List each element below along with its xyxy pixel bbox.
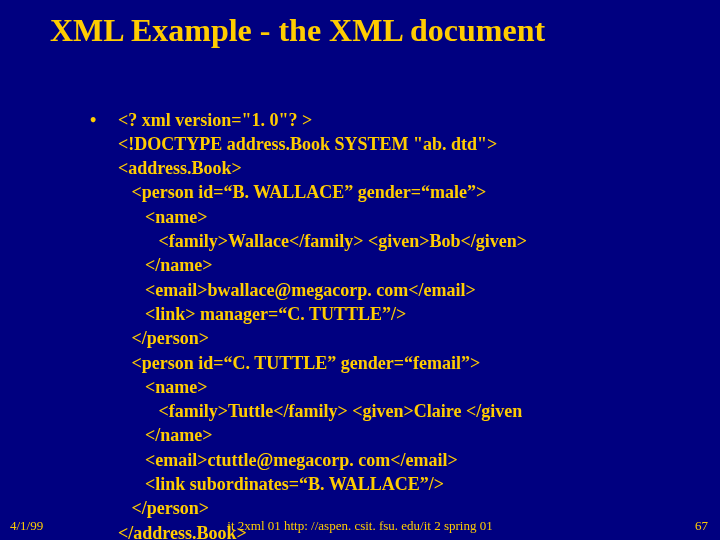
- bullet-row: • <? xml version="1. 0"? > <!DOCTYPE add…: [90, 108, 720, 540]
- bullet-icon: •: [90, 108, 118, 132]
- code-block: <? xml version="1. 0"? > <!DOCTYPE addre…: [118, 108, 527, 540]
- footer-page-number: 67: [695, 518, 708, 534]
- slide-body: • <? xml version="1. 0"? > <!DOCTYPE add…: [0, 49, 720, 540]
- footer-source: it 2xml 01 http: //aspen. csit. fsu. edu…: [0, 518, 720, 534]
- slide: XML Example - the XML document • <? xml …: [0, 0, 720, 540]
- slide-title: XML Example - the XML document: [0, 0, 720, 49]
